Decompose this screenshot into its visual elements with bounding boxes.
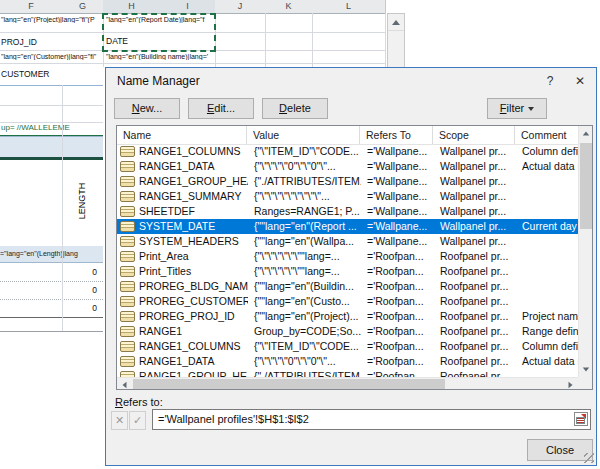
horizontal-scroll-thumb[interactable] xyxy=(133,379,445,390)
table-row[interactable]: Print_Area{"\"\"\"\"\"\""lang=...='Roofp… xyxy=(117,249,578,264)
scope-cell: Roofpanel pr... xyxy=(434,264,516,279)
cell-length-vertical[interactable]: LENGTH xyxy=(77,173,89,229)
empty-row[interactable] xyxy=(0,318,103,332)
scroll-right-button[interactable] xyxy=(563,378,578,390)
comment-cell: Project name xyxy=(516,309,578,324)
header-scope[interactable]: Scope xyxy=(433,126,515,144)
value-cell: Group_by=CODE;So... xyxy=(248,324,361,339)
value-cell: {"\"\"\"\"\"\""lang=... xyxy=(248,264,361,279)
table-row[interactable]: SYSTEM_DATE{""lang="en"(Report ...='Wall… xyxy=(117,219,578,234)
cell-h3[interactable]: "lang="en"(Building name)|lang=' xyxy=(106,53,212,60)
table-row[interactable]: RANGE1_GROUP_HEA...{"./ATTRIBUTES/ITEM..… xyxy=(117,174,578,189)
cell-zero[interactable]: 0 xyxy=(0,263,103,282)
vertical-scroll-thumb[interactable] xyxy=(580,143,592,229)
gridline xyxy=(0,63,385,64)
table-row[interactable]: Print_Titles{"\"\"\"\"\"\""lang=...='Roo… xyxy=(117,264,578,279)
scope-cell: Roofpanel pr... xyxy=(434,249,516,264)
list-horizontal-scrollbar[interactable] xyxy=(117,377,578,390)
filter-button-label: Filter xyxy=(500,99,524,118)
table-row[interactable]: RANGE1_COLUMNS{"\"ITEM_ID"\"CODE...='Roo… xyxy=(117,339,578,354)
scroll-up-button[interactable] xyxy=(579,126,593,141)
scope-cell: Wallpanel pr... xyxy=(434,159,516,174)
resize-grip[interactable] xyxy=(584,453,594,463)
cell-length-formula[interactable]: ="lang="en"(Length)|lang xyxy=(0,246,103,263)
empty-row[interactable] xyxy=(0,86,103,106)
table-row[interactable]: SYSTEM_HEADERS{""lang="en"(Wallpa...='Wa… xyxy=(117,234,578,249)
value-cell: {"\"\"\"\"0"\"\"0"\"... xyxy=(248,159,361,174)
refers-cell: ='Wallpane... xyxy=(361,174,434,189)
table-row[interactable]: RANGE1_DATA{"\"\"\"\"0"\"\"0"\"...='Wall… xyxy=(117,159,578,174)
new-button[interactable]: New... xyxy=(114,98,180,119)
sheet-vertical-scrollbar[interactable] xyxy=(387,13,405,69)
refers-cell: ='Wallpane... xyxy=(361,234,434,249)
column-header-g[interactable]: G xyxy=(62,0,104,13)
scope-cell: Roofpanel pr... xyxy=(434,279,516,294)
cell-f4[interactable]: CUSTOMER xyxy=(1,69,50,79)
table-row[interactable]: PROREG_BLDG_NAME{""lang="en"(Buildin...=… xyxy=(117,279,578,294)
scroll-down-button[interactable] xyxy=(579,362,593,377)
column-header-i[interactable]: I xyxy=(160,0,216,13)
zero-value: 0 xyxy=(92,299,97,317)
header-refers-to[interactable]: Refers To xyxy=(360,126,433,144)
delete-button[interactable]: Delete xyxy=(262,98,328,119)
comment-cell: Range defin xyxy=(516,324,578,339)
edit-button[interactable]: Edit... xyxy=(188,98,254,119)
value-cell: {""lang="en"(Report ... xyxy=(248,219,361,234)
refers-cell: ='Roofpan... xyxy=(361,294,434,309)
table-row[interactable]: RANGE1_GROUP_HEA...{"./ATTRIBUTES/ITEM..… xyxy=(117,369,578,377)
table-row[interactable]: SHEETDEFRanges=RANGE1; P...='Wallpane...… xyxy=(117,204,578,219)
zero-value: 0 xyxy=(92,263,97,281)
empty-row[interactable] xyxy=(0,105,103,123)
table-row[interactable]: RANGE1Group_by=CODE;So...='Roofpan...Roo… xyxy=(117,324,578,339)
scope-cell: Roofpanel pr... xyxy=(434,324,516,339)
column-header-l[interactable]: L xyxy=(312,0,386,13)
styled-band[interactable] xyxy=(0,136,103,160)
scroll-left-button[interactable] xyxy=(117,378,132,390)
defined-name-icon xyxy=(120,296,135,307)
cell-h1[interactable]: "lang="en"(Report Date)|lang="f xyxy=(106,16,212,23)
cell-f3[interactable]: "lang="en"(Customer)|lang="fi" xyxy=(1,53,102,60)
refers-to-input[interactable]: ='Wallpanel profiles'!$H$1:$I$2 xyxy=(152,409,591,430)
list-vertical-scrollbar[interactable] xyxy=(578,126,593,377)
gridline xyxy=(312,13,313,67)
cell-zero[interactable]: 0 xyxy=(0,299,103,318)
header-name[interactable]: Name xyxy=(117,126,247,144)
value-cell: {"./ATTRIBUTES/ITEM... xyxy=(248,369,361,377)
table-row[interactable]: RANGE1_COLUMNS{"\"ITEM_ID"\"CODE...='Wal… xyxy=(117,144,578,159)
delete-button-label: Delete xyxy=(279,99,311,118)
help-icon[interactable]: ? xyxy=(538,72,562,90)
defined-name-icon xyxy=(120,281,135,292)
scroll-down-icon xyxy=(583,368,589,372)
collapse-dialog-icon[interactable] xyxy=(574,412,588,426)
cell-zero[interactable]: 0 xyxy=(0,281,103,300)
name-cell: RANGE1_DATA xyxy=(139,354,248,369)
cell-group-by[interactable]: up= //WALLELEME xyxy=(1,123,70,132)
refers-cell: ='Wallpane... xyxy=(361,219,434,234)
column-header-k[interactable]: K xyxy=(265,0,313,13)
value-cell: {""lang="en"(Wallpa... xyxy=(248,234,361,249)
close-icon[interactable]: ✕ xyxy=(568,72,592,90)
value-cell: {"\"ITEM_ID"\"CODE... xyxy=(248,339,361,354)
cell-f1[interactable]: "lang="en"(Project)|lang="fi"(P xyxy=(1,16,102,23)
zero-value: 0 xyxy=(92,281,97,299)
filter-button[interactable]: Filter xyxy=(487,98,547,119)
table-row[interactable]: PROREG_CUSTOMER{""lang="en"(Custo...='Ro… xyxy=(117,294,578,309)
table-row[interactable]: RANGE1_DATA{"\"\"\"\"0"\"\"0"\"...='Roof… xyxy=(117,354,578,369)
refers-cell: ='Roofpan... xyxy=(361,249,434,264)
table-row[interactable]: PROREG_PROJ_ID{""lang="en"(Project)...='… xyxy=(117,309,578,324)
comment-cell: Actual data r xyxy=(516,159,578,174)
column-header-j[interactable]: J xyxy=(215,0,266,13)
name-cell: RANGE1 xyxy=(139,324,248,339)
column-header-f[interactable]: F xyxy=(0,0,63,13)
table-row[interactable]: RANGE1_SUMMARY{"\"\"\"\"\"\"\"\"\"...='W… xyxy=(117,189,578,204)
scroll-up-icon xyxy=(392,20,400,25)
header-value[interactable]: Value xyxy=(247,126,360,144)
defined-name-icon xyxy=(120,221,135,232)
cell-h2[interactable]: DATE xyxy=(106,36,128,46)
header-comment[interactable]: Comment xyxy=(515,126,578,144)
scroll-up-button[interactable] xyxy=(388,14,404,31)
column-header-h[interactable]: H xyxy=(103,0,161,13)
refers-cell: ='Roofpan... xyxy=(361,354,434,369)
gridline xyxy=(103,13,104,67)
cell-f2[interactable]: PROJ_ID xyxy=(1,37,37,47)
